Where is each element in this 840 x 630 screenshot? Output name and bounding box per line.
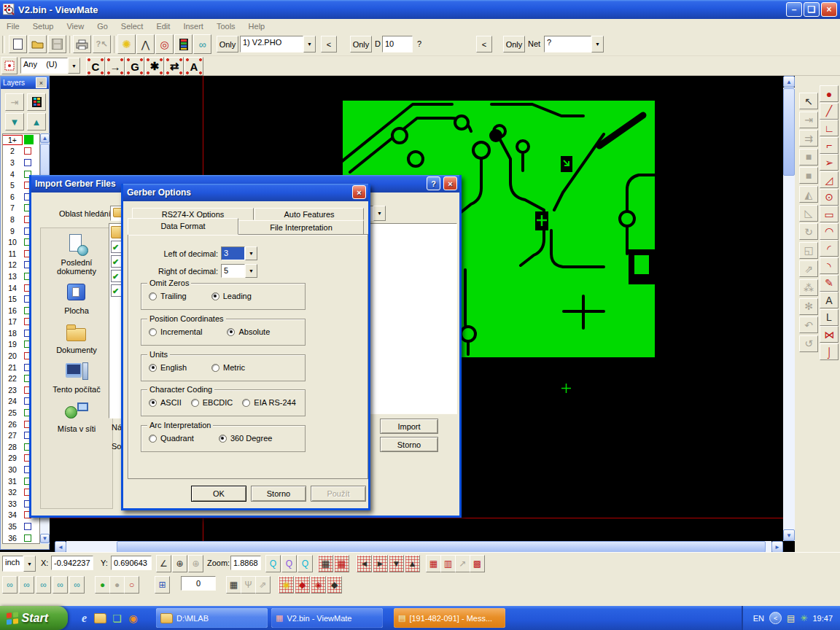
menu-edit[interactable]: Edit: [149, 20, 176, 32]
tool-button-draw-bend-icon[interactable]: ⌐: [820, 137, 839, 154]
status-button-grid-area-icon[interactable]: ▥: [440, 555, 456, 572]
hscroll-thumb[interactable]: [117, 541, 766, 552]
status-button-highlight-on-icon[interactable]: ●: [95, 576, 110, 594]
menu-insert[interactable]: Insert: [176, 20, 210, 32]
tool-button-shear-icon[interactable]: ◺: [799, 205, 818, 222]
tray-messenger-icon[interactable]: ✳: [800, 613, 807, 623]
context-help-button[interactable]: ?↖: [93, 35, 111, 53]
status-button-highlight-off-icon[interactable]: ●: [109, 576, 125, 594]
status-button-quad-view-icon[interactable]: ⊞: [155, 576, 170, 594]
unit-combo-arrow[interactable]: ▼: [23, 556, 36, 572]
color-setup-button[interactable]: [174, 34, 192, 54]
tool-button-move-copy-icon[interactable]: ⇗: [799, 260, 818, 277]
minimize-button[interactable]: –: [786, 2, 802, 17]
status-button-view-film-all-icon[interactable]: ∞: [2, 576, 18, 594]
status-button-view-film-solid-icon[interactable]: ∞: [36, 576, 51, 594]
vscroll-up-icon[interactable]: ▲: [783, 76, 795, 88]
right-of-decimal-arrow[interactable]: ▼: [245, 264, 257, 278]
tab-data-format[interactable]: Data Format: [128, 218, 238, 235]
status-button-view-film-sketch-icon[interactable]: ∞: [69, 576, 85, 594]
place-recent-documents[interactable]: Poslední dokumenty: [41, 234, 112, 276]
save-file-button[interactable]: [48, 35, 66, 53]
quicklaunch-book-icon[interactable]: ❏: [110, 611, 124, 625]
layer-row-2[interactable]: 2: [3, 146, 39, 158]
hscroll-left-icon[interactable]: ◄: [55, 541, 66, 552]
layers-panel-titlebar[interactable]: Layers ×: [1, 77, 49, 89]
title-bar[interactable]: V2.bin - ViewMate – ❏ ×: [0, 0, 840, 19]
tool-button-draw-text-icon[interactable]: A: [820, 292, 839, 308]
tool-button-filled-rect-alt-icon[interactable]: ■: [799, 167, 818, 184]
status-button-grid-lines-icon[interactable]: ▦: [334, 555, 349, 572]
radio-english[interactable]: English: [149, 363, 187, 372]
status-button-aperture-dark-icon[interactable]: ◆: [327, 576, 342, 594]
menu-file[interactable]: File: [0, 20, 26, 32]
status-button-marquee-icon[interactable]: ▩: [470, 555, 485, 572]
select-flash-button[interactable]: ✱: [145, 57, 164, 76]
only-net-button[interactable]: Only: [503, 36, 525, 52]
layer-row-3[interactable]: 3: [3, 157, 39, 168]
import-cancel-button[interactable]: Storno: [380, 437, 438, 452]
vscroll-thumb[interactable]: [783, 88, 795, 176]
radio-dot-absolute[interactable]: [227, 328, 235, 336]
place-documents[interactable]: Dokumenty: [41, 322, 112, 354]
tool-button-filled-rect-icon[interactable]: ■: [799, 149, 818, 166]
tool-button-draw-corner-icon[interactable]: ∟: [820, 120, 839, 136]
status-button-view-film-lines-icon[interactable]: ∞: [19, 576, 34, 594]
radio-dot-english[interactable]: [149, 364, 157, 372]
task-viewmate[interactable]: ▦V2.bin - ViewMate: [271, 608, 383, 628]
prev-layer-button[interactable]: <: [321, 36, 337, 52]
task-messenger[interactable]: ▤[191-482-091] - Mess...: [394, 608, 505, 628]
close-button[interactable]: ×: [821, 2, 837, 17]
layer-row-36[interactable]: 36: [3, 532, 39, 544]
only-layer-button[interactable]: Only: [217, 36, 238, 52]
quicklaunch-firefox-icon[interactable]: ◉: [126, 611, 140, 625]
radio-dot-leading[interactable]: [211, 292, 219, 300]
vscroll-down-icon[interactable]: ▼: [783, 529, 795, 541]
layers-scroll-down-icon[interactable]: ▼: [40, 534, 50, 543]
radio-dot-eia-rs-244[interactable]: [242, 399, 250, 407]
start-button[interactable]: Start: [0, 606, 68, 630]
select-net-button[interactable]: ⇄: [165, 57, 184, 76]
look-in-combo-arrow[interactable]: ▼: [373, 206, 386, 221]
radio-dot-ascii[interactable]: [149, 399, 157, 407]
menu-help[interactable]: Help: [242, 20, 272, 32]
select-group-button[interactable]: G: [125, 57, 144, 76]
tool-button-step-repeat-icon[interactable]: ⁂: [799, 279, 818, 296]
select-trace-button[interactable]: →: [106, 57, 125, 76]
tool-button-draw-arc-end-icon[interactable]: ◝: [820, 257, 839, 274]
selection-filter-combo[interactable]: Any (U) ▼: [20, 58, 80, 74]
hscroll-right-icon[interactable]: ►: [771, 541, 783, 552]
status-button-ghost-move-icon[interactable]: ⇗: [255, 576, 271, 594]
status-button-zoom-window-icon[interactable]: Q: [298, 555, 313, 572]
tool-button-draw-bowtie-icon[interactable]: ⋈: [820, 326, 839, 343]
prev-dcode-button[interactable]: <: [476, 36, 492, 52]
radio-dot-metric[interactable]: [211, 364, 219, 372]
only-dcode-button[interactable]: Only: [350, 36, 372, 52]
layers-close-icon[interactable]: ×: [36, 77, 47, 88]
select-component-button[interactable]: C: [86, 57, 105, 76]
status-button-pan-up-icon[interactable]: ▲: [405, 555, 420, 572]
tool-button-scale-icon[interactable]: ◱: [799, 242, 818, 259]
menu-setup[interactable]: Setup: [26, 20, 61, 32]
language-indicator[interactable]: EN: [753, 614, 764, 623]
dcode-value-field[interactable]: 10: [382, 36, 413, 52]
tool-button-draw-arc-icon[interactable]: ◠: [820, 223, 839, 240]
selection-filter-button[interactable]: [1, 57, 18, 74]
layer-up-icon[interactable]: ▲: [27, 113, 46, 131]
tool-button-draw-sketch-icon[interactable]: ✎: [820, 275, 839, 292]
new-file-button[interactable]: [9, 35, 27, 53]
layers-scroll-up-icon[interactable]: ▲: [40, 133, 50, 143]
unit-combo[interactable]: inch ▼: [2, 556, 36, 572]
selection-filter-arrow[interactable]: ▼: [68, 58, 80, 74]
status-button-view-film-dot-icon[interactable]: ∞: [52, 576, 68, 594]
status-button-aperture-sel-icon[interactable]: ◈: [311, 576, 326, 594]
status-button-dot-grid-icon[interactable]: ▦: [226, 576, 241, 594]
tool-button-draw-hook-icon[interactable]: ⌡: [820, 343, 839, 360]
tab-auto-features[interactable]: Auto Features: [254, 208, 364, 220]
status-button-pan-left-icon[interactable]: ◄: [357, 555, 372, 572]
tool-button-snap-endpoint-icon[interactable]: ⇥: [799, 112, 818, 128]
tool-button-select-cursor-icon[interactable]: ↖: [799, 93, 818, 109]
view-options-button[interactable]: ∞: [193, 34, 211, 54]
radio-ebcdic[interactable]: EBCDIC: [191, 398, 233, 407]
task-explorer[interactable]: D:\MLAB: [156, 608, 268, 628]
